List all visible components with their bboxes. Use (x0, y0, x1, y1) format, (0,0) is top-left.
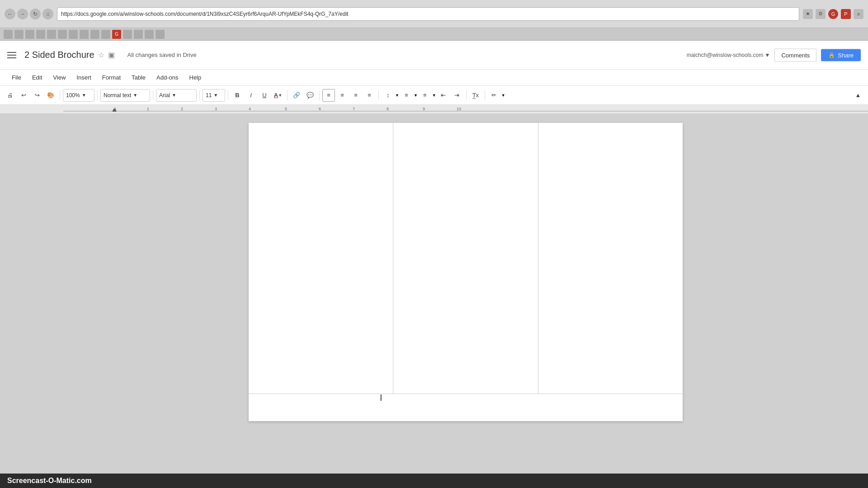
forward-button[interactable]: → (17, 9, 28, 19)
doc-column-2[interactable] (393, 123, 538, 394)
hamburger-line-3 (7, 57, 16, 58)
document-page[interactable]: I (249, 123, 683, 421)
sidebar-left (0, 114, 63, 474)
ext-icon-14[interactable] (145, 30, 154, 39)
doc-bottom-line (249, 394, 683, 394)
ext-icon-6[interactable] (58, 30, 67, 39)
menu-format[interactable]: Format (98, 72, 125, 83)
extensions-icon[interactable]: ⚙ (816, 9, 826, 19)
url-text: https://docs.google.com/a/winslow-school… (61, 11, 348, 17)
hamburger-menu[interactable] (7, 49, 20, 61)
nav-buttons: ← → ↻ ⌂ (5, 9, 53, 19)
folder-icon[interactable]: ▣ (108, 51, 115, 59)
home-button[interactable]: ⌂ (42, 9, 53, 19)
profile-icon[interactable]: G (828, 9, 838, 19)
ext-icon-9[interactable] (90, 30, 99, 39)
collapse-toolbar-button[interactable]: ▲ (852, 89, 864, 102)
menu-edit[interactable]: Edit (28, 72, 47, 83)
ext-icon-15[interactable] (156, 30, 165, 39)
font-value: Arial (159, 92, 170, 99)
link-button[interactable]: 🔗 (290, 89, 303, 102)
paint-format-button[interactable]: 🎨 (44, 89, 57, 102)
undo-button[interactable]: ↩ (17, 89, 30, 102)
docs-header: 2 Sided Brochure ☆ ▣ All changes saved i… (0, 41, 868, 70)
menu-addons[interactable]: Add-ons (152, 72, 183, 83)
ext-icon-8[interactable] (80, 30, 89, 39)
line-spacing-arrow: ▼ (395, 93, 399, 98)
decrease-indent-button[interactable]: ⇤ (437, 89, 450, 102)
more-tools-button[interactable]: ✏ (488, 89, 500, 102)
user-email[interactable]: maichch@winslow-schools.com ▼ (687, 52, 770, 58)
redo-button[interactable]: ↪ (31, 89, 43, 102)
menu-bar: File Edit View Insert Format Table Add-o… (0, 70, 868, 86)
align-center-button[interactable]: ≡ (336, 89, 349, 102)
italic-button[interactable]: I (245, 89, 257, 102)
doc-column-1[interactable] (249, 123, 393, 394)
svg-text:4: 4 (249, 107, 251, 111)
refresh-button[interactable]: ↻ (30, 9, 41, 19)
font-arrow: ▼ (172, 93, 176, 98)
ext-icon-4[interactable] (36, 30, 45, 39)
menu-view[interactable]: View (48, 72, 70, 83)
line-spacing-button[interactable]: ↕ (382, 89, 394, 102)
clear-formatting-button[interactable]: T̲x (469, 89, 482, 102)
bold-button[interactable]: B (231, 89, 244, 102)
comment-button[interactable]: 💬 (304, 89, 316, 102)
text-cursor: I (380, 393, 382, 403)
ext-icon-3[interactable] (25, 30, 34, 39)
bottom-bar: Screencast-O-Matic.com (0, 474, 868, 488)
numbered-list-button[interactable]: ≡ (400, 89, 413, 102)
extension-bar: G (0, 28, 868, 41)
ruler: -1 1 2 3 4 5 6 7 8 9 10 (0, 105, 868, 114)
menu-file[interactable]: File (7, 72, 26, 83)
ext-icon-12[interactable] (123, 30, 132, 39)
ext-icon-10[interactable] (101, 30, 110, 39)
text-color-button[interactable]: A ▼ (272, 89, 284, 102)
svg-text:10: 10 (457, 107, 461, 111)
pinterest-icon[interactable]: P (841, 9, 851, 19)
comments-button[interactable]: Comments (774, 48, 816, 61)
separator-5 (228, 90, 228, 100)
size-dropdown[interactable]: 11 ▼ (203, 89, 225, 102)
doc-title[interactable]: 2 Sided Brochure (24, 50, 94, 60)
style-value: Normal text (104, 92, 131, 99)
font-dropdown[interactable]: Arial ▼ (156, 89, 197, 102)
menu-table[interactable]: Table (127, 72, 150, 83)
ruler-svg: -1 1 2 3 4 5 6 7 8 9 10 (63, 105, 868, 113)
ext-icon-7[interactable] (69, 30, 78, 39)
zoom-dropdown[interactable]: 100% ▼ (63, 89, 94, 102)
increase-indent-button[interactable]: ⇥ (451, 89, 463, 102)
bookmark-icon[interactable]: ★ (803, 9, 813, 19)
style-dropdown[interactable]: Normal text ▼ (100, 89, 150, 102)
svg-text:1: 1 (147, 107, 149, 111)
document-canvas[interactable]: I (63, 114, 868, 474)
doc-column-3[interactable] (538, 123, 683, 394)
share-button[interactable]: 🔒 Share (821, 49, 861, 61)
print-button[interactable]: 🖨 (4, 89, 16, 102)
lock-icon: 🔒 (828, 52, 835, 58)
text-color-icon: A (274, 92, 278, 99)
ext-icon-13[interactable] (134, 30, 143, 39)
svg-text:6: 6 (319, 107, 321, 111)
toolbar: 🖨 ↩ ↪ 🎨 100% ▼ Normal text ▼ Arial ▼ 11 … (0, 86, 868, 105)
ext-icon-11[interactable]: G (112, 30, 121, 39)
align-left-button[interactable]: ≡ (322, 89, 335, 102)
align-justify-button[interactable]: ≡ (363, 89, 376, 102)
bulleted-list-button[interactable]: ≡ (419, 89, 431, 102)
menu-icon[interactable]: ≡ (854, 9, 863, 19)
separator-4 (199, 90, 200, 100)
menu-help[interactable]: Help (185, 72, 206, 83)
style-arrow: ▼ (133, 93, 137, 98)
bulleted-list-arrow: ▼ (432, 93, 436, 98)
menu-insert[interactable]: Insert (72, 72, 96, 83)
star-icon[interactable]: ☆ (98, 51, 104, 59)
ext-icon-2[interactable] (14, 30, 24, 39)
ext-icon-5[interactable] (47, 30, 56, 39)
address-bar[interactable]: https://docs.google.com/a/winslow-school… (57, 7, 799, 21)
underline-button[interactable]: U (258, 89, 271, 102)
align-right-button[interactable]: ≡ (349, 89, 362, 102)
back-button[interactable]: ← (5, 9, 15, 19)
ext-icon-1[interactable] (4, 30, 13, 39)
separator-3 (153, 90, 153, 100)
size-value: 11 (206, 92, 212, 99)
